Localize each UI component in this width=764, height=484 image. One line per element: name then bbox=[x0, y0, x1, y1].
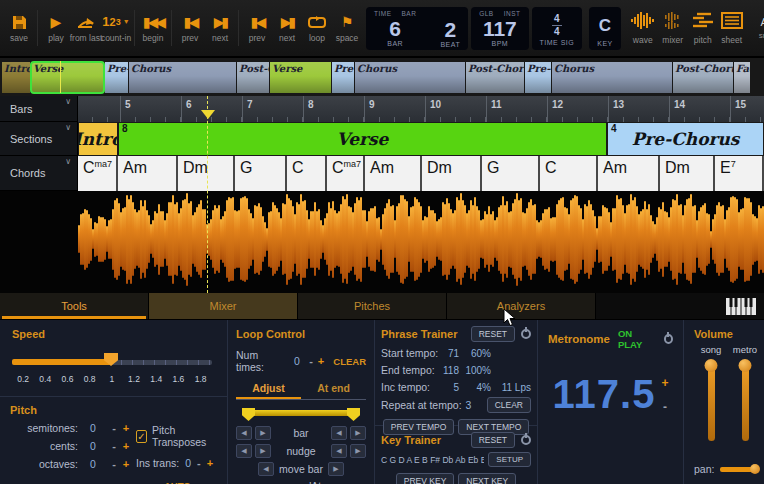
overview-segment[interactable]: Post-Chorus x 2 bbox=[466, 62, 524, 93]
loop-tab-adjust[interactable]: Adjust bbox=[236, 382, 301, 399]
count-in-button[interactable]: 123▼ count-in bbox=[101, 10, 131, 46]
snap-to-control[interactable]: Auto snap to bbox=[759, 16, 764, 40]
num-times-minus-button[interactable]: - bbox=[309, 355, 313, 367]
overview-segment[interactable]: Chorus bbox=[355, 62, 465, 93]
nudge-left-button[interactable]: ◀ bbox=[236, 444, 252, 458]
nudge-right-button[interactable]: ▶ bbox=[255, 444, 271, 458]
bar-right-button[interactable]: ▶ bbox=[350, 426, 366, 440]
bar-right-button[interactable]: ▶ bbox=[255, 426, 271, 440]
chord-cell[interactable]: Am bbox=[598, 156, 660, 191]
loop-end-handle[interactable] bbox=[347, 408, 360, 421]
bpm-display[interactable]: GLBINST 117 BPM bbox=[471, 7, 528, 50]
metronome-minus-button[interactable]: - bbox=[663, 400, 667, 414]
auto-pitch-button[interactable]: AUTO PITCH bbox=[164, 480, 217, 484]
overview-segment[interactable]: Verse bbox=[31, 62, 104, 93]
piano-keyboard-icon[interactable] bbox=[726, 298, 756, 319]
track-label-chords[interactable]: Chords ∨ bbox=[0, 156, 78, 191]
ruler-cell[interactable]: 9 bbox=[364, 96, 425, 122]
chord-cell[interactable]: Am bbox=[365, 156, 422, 191]
overview-segment[interactable]: Pre-Chorus bbox=[525, 62, 551, 93]
ruler-cell[interactable] bbox=[78, 96, 120, 122]
metronome-power-icon[interactable] bbox=[664, 334, 673, 344]
section-block[interactable]: Pre-Chorus4 bbox=[607, 122, 764, 156]
overview-segment[interactable]: Pre-Chorus bbox=[105, 62, 128, 93]
cents-plus-button[interactable]: + bbox=[120, 440, 132, 452]
overview-segment[interactable]: Verse bbox=[270, 62, 331, 93]
key-power-icon[interactable] bbox=[521, 435, 531, 445]
bar-beat-display[interactable]: TIMEBAR 6 BAR 2 BEAT bbox=[366, 7, 468, 50]
metronome-plus-button[interactable]: + bbox=[661, 376, 668, 390]
next-section-button[interactable]: ▶▮ next bbox=[205, 10, 235, 46]
key-reset-button[interactable]: RESET bbox=[471, 432, 515, 448]
phrase-reset-button[interactable]: RESET bbox=[471, 326, 515, 342]
chord-cell[interactable]: E7 bbox=[715, 156, 764, 191]
tab-mixer[interactable]: Mixer bbox=[149, 293, 298, 319]
ins-trans-plus-button[interactable]: + bbox=[207, 457, 213, 469]
overview-segment[interactable]: Fadeout bbox=[734, 62, 750, 93]
prev-section-button[interactable]: ▮◀ prev bbox=[175, 10, 205, 46]
overview-segment[interactable]: Pre-Chorus bbox=[332, 62, 354, 93]
chord-cell[interactable]: Cma7 bbox=[78, 156, 118, 191]
chord-cell[interactable]: Dm bbox=[422, 156, 482, 191]
bar-left-button[interactable]: ◀ bbox=[331, 426, 347, 440]
waveform[interactable] bbox=[78, 191, 764, 287]
cents-minus-button[interactable]: - bbox=[108, 440, 120, 452]
move-bar-right-button[interactable]: ▶ bbox=[328, 462, 344, 476]
ruler-cell[interactable]: 13 bbox=[608, 96, 669, 122]
prev-key-button[interactable]: PREV KEY bbox=[396, 473, 455, 484]
nudge-right-button[interactable]: ▶ bbox=[350, 444, 366, 458]
bar-left-button[interactable]: ◀ bbox=[236, 426, 252, 440]
song-volume-slider[interactable] bbox=[694, 361, 728, 445]
audio-track[interactable] bbox=[0, 191, 764, 293]
ruler-cell[interactable]: 11 bbox=[486, 96, 547, 122]
num-times-plus-button[interactable]: + bbox=[318, 355, 324, 367]
track-label-bars[interactable]: Bars ∨ bbox=[0, 96, 78, 122]
section-block[interactable]: Verse8 bbox=[118, 122, 607, 156]
playhead[interactable] bbox=[207, 96, 208, 293]
space-marker-button[interactable]: ⚑ space bbox=[332, 10, 362, 46]
next-marker-button[interactable]: ▶▮ next bbox=[272, 10, 302, 46]
octaves-plus-button[interactable]: + bbox=[120, 458, 132, 470]
wave-view-button[interactable]: wave bbox=[631, 12, 655, 45]
overview-segment[interactable]: Intro bbox=[2, 62, 30, 93]
save-button[interactable]: save bbox=[4, 10, 34, 46]
loop-button[interactable]: loop bbox=[302, 10, 332, 46]
chord-cell[interactable]: G bbox=[482, 156, 540, 191]
chevron-down-icon[interactable]: ∨ bbox=[65, 123, 71, 132]
song-volume-knob[interactable] bbox=[705, 359, 718, 372]
sheet-view-button[interactable]: sheet bbox=[721, 12, 743, 45]
ruler-cell[interactable]: 15 bbox=[730, 96, 763, 122]
loop-start-handle[interactable] bbox=[242, 408, 255, 421]
chevron-down-icon[interactable]: ∨ bbox=[65, 157, 71, 166]
loop-tab-at-end[interactable]: At end bbox=[301, 382, 366, 399]
phrase-power-icon[interactable] bbox=[521, 329, 531, 339]
ruler-cell[interactable]: 12 bbox=[547, 96, 608, 122]
speed-slider[interactable] bbox=[12, 356, 215, 370]
nudge-left-button[interactable]: ◀ bbox=[331, 444, 347, 458]
next-key-button[interactable]: NEXT KEY bbox=[458, 473, 516, 484]
loop-clear-button[interactable]: CLEAR bbox=[333, 356, 366, 367]
pitch-transposes-checkbox[interactable]: ✓ bbox=[136, 430, 147, 443]
pan-slider[interactable] bbox=[720, 467, 758, 472]
key-display[interactable]: C KEY bbox=[589, 7, 621, 50]
ruler-cell[interactable]: 5 bbox=[120, 96, 181, 122]
play-from-last-button[interactable]: from last bbox=[71, 10, 101, 46]
overview-segment[interactable]: Post-Chorus x 2 bbox=[673, 62, 733, 93]
tab-tools[interactable]: Tools bbox=[0, 293, 149, 319]
begin-button[interactable]: ▮◀◀ begin bbox=[138, 10, 168, 46]
overview-strip[interactable]: IntroVersePre-ChorusChorusPost-ChorusVer… bbox=[0, 58, 764, 96]
chord-cell[interactable]: C bbox=[287, 156, 327, 191]
overview-segment[interactable]: Chorus bbox=[552, 62, 672, 93]
section-block[interactable]: Intro bbox=[78, 122, 118, 156]
pitch-view-button[interactable]: pitch bbox=[691, 12, 715, 45]
octaves-minus-button[interactable]: - bbox=[108, 458, 120, 470]
ruler-cell[interactable]: 14 bbox=[669, 96, 730, 122]
overview-segment[interactable]: Post-Chorus bbox=[237, 62, 269, 93]
track-label-sections[interactable]: Sections ∨ bbox=[0, 122, 78, 156]
play-button[interactable]: ▶ play bbox=[41, 10, 71, 46]
bar-ruler[interactable]: 56789101112131415 bbox=[78, 96, 764, 122]
overview-segment[interactable]: Chorus bbox=[129, 62, 236, 93]
prev-marker-button[interactable]: ▮◀ prev bbox=[242, 10, 272, 46]
ruler-cell[interactable]: 7 bbox=[242, 96, 303, 122]
time-sig-display[interactable]: 4 4 TIME SIG bbox=[532, 7, 583, 50]
